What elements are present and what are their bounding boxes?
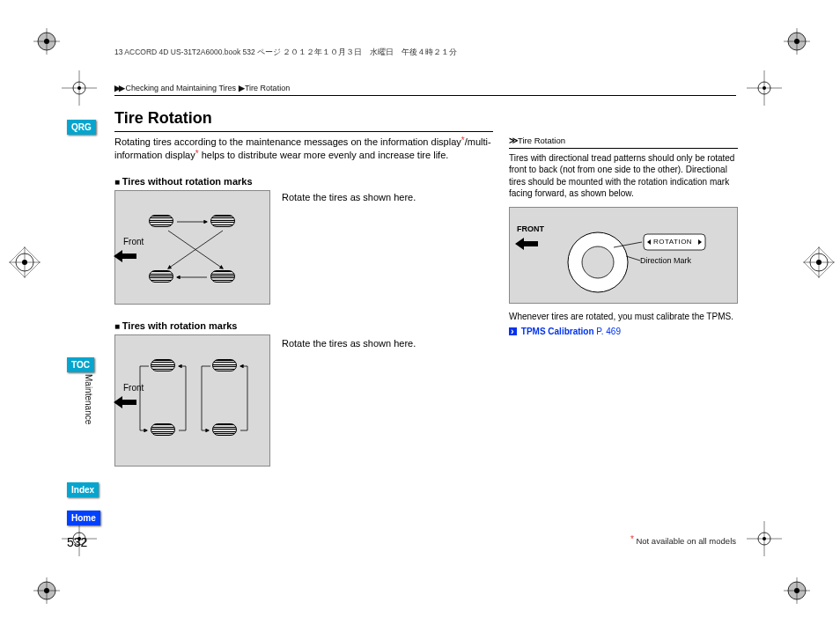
svg-point-5 xyxy=(788,33,806,50)
link-text: TPMS Calibration xyxy=(521,327,594,336)
svg-point-4 xyxy=(44,39,49,44)
svg-point-33 xyxy=(77,86,81,90)
square-bullet-icon: ■ xyxy=(114,177,122,187)
svg-point-44 xyxy=(758,533,770,545)
crop-mark-icon xyxy=(747,521,782,556)
breadcrumb-arrow-icon: ▶▶ xyxy=(114,84,123,92)
tire-icon xyxy=(151,423,175,436)
tire-icon xyxy=(151,359,175,371)
tire-icon xyxy=(210,215,235,227)
section-heading-text: Tires with rotation marks xyxy=(122,320,238,331)
footnote: * Not available on all models xyxy=(630,536,736,546)
sidebar-note: ≫Tire Rotation Tires with directional tr… xyxy=(509,136,738,338)
callout-head-text: Tire Rotation xyxy=(518,136,565,145)
diagram-caption: Rotate the tires as shown here. xyxy=(282,192,416,202)
tire-icon xyxy=(149,215,173,227)
square-bullet-icon: ■ xyxy=(114,321,122,331)
left-arrow-icon xyxy=(515,238,540,250)
breadcrumb-arrow-icon: ▶ xyxy=(239,84,243,92)
svg-point-25 xyxy=(810,254,828,271)
svg-rect-24 xyxy=(10,247,40,277)
double-chevron-icon: ≫ xyxy=(509,136,518,145)
rotation-label: ROTATION xyxy=(653,238,692,247)
crop-mark-icon xyxy=(33,28,60,55)
nav-toc-button[interactable]: TOC xyxy=(67,357,94,372)
svg-point-11 xyxy=(38,582,55,599)
diagram-front-label: Front xyxy=(123,383,144,393)
crop-mark-icon xyxy=(803,246,835,278)
intro-paragraph: Rotating tires according to the maintena… xyxy=(114,136,493,162)
svg-marker-50 xyxy=(114,250,136,262)
svg-point-1 xyxy=(38,33,55,50)
directional-tire-diagram: FRONT ROTATION Direction Mark xyxy=(509,207,738,304)
callout-body: Tires with directional tread patterns sh… xyxy=(509,152,738,200)
left-arrow-icon xyxy=(114,250,138,262)
svg-marker-59 xyxy=(515,238,538,250)
nav-qrg-button[interactable]: QRG xyxy=(67,120,96,135)
svg-marker-51 xyxy=(114,396,136,408)
nav-index-button[interactable]: Index xyxy=(67,482,99,497)
left-arrow-icon xyxy=(114,396,138,408)
svg-point-32 xyxy=(73,82,85,94)
intro-text: helps to distribute wear more evenly and… xyxy=(199,150,449,160)
crop-mark-icon xyxy=(784,577,810,604)
crop-mark-icon xyxy=(33,577,60,604)
direction-mark-label: Direction Mark xyxy=(640,255,691,266)
footnote-star-icon: * xyxy=(195,149,199,158)
intro-text: Rotating tires according to the maintena… xyxy=(114,136,461,147)
svg-point-20 xyxy=(16,254,33,271)
footnote-text: Not available on all models xyxy=(634,536,736,546)
svg-point-6 xyxy=(788,33,806,50)
svg-point-9 xyxy=(794,39,799,44)
section-tab-label: Maintenance xyxy=(84,374,93,424)
svg-point-36 xyxy=(758,82,770,94)
crop-mark-icon xyxy=(62,70,97,106)
svg-point-16 xyxy=(788,582,806,599)
svg-point-19 xyxy=(794,588,799,593)
section-heading: ■ Tires with rotation marks xyxy=(114,320,493,331)
svg-point-45 xyxy=(763,537,766,540)
link-arrow-icon xyxy=(509,327,517,335)
tire-icon xyxy=(212,423,237,436)
svg-point-37 xyxy=(763,86,766,90)
diagram-caption: Rotate the tires as shown here. xyxy=(282,338,416,349)
page-title: Tire Rotation xyxy=(114,109,493,132)
tire-icon xyxy=(149,270,173,283)
diagram-front-label: Front xyxy=(123,237,144,246)
svg-point-0 xyxy=(38,33,55,50)
svg-point-53 xyxy=(582,246,614,278)
svg-point-15 xyxy=(788,582,806,599)
sidebar: QRG TOC Index Home xyxy=(67,120,102,542)
document-header-meta: 13 ACCORD 4D US-31T2A6000.book 532 ページ ２… xyxy=(114,48,457,58)
page-title-text: Tire Rotation xyxy=(114,109,493,128)
page-number: 532 xyxy=(67,535,87,549)
diagram-front-label: FRONT xyxy=(517,224,544,234)
section-heading: ■ Tires without rotation marks xyxy=(114,176,493,187)
svg-point-23 xyxy=(22,260,27,265)
tpms-note: Whenever tires are rotated, you must cal… xyxy=(509,311,738,323)
footnote-star-icon: * xyxy=(630,534,634,544)
rotation-diagram-front-back: Front xyxy=(114,334,270,467)
breadcrumb: ▶▶ Checking and Maintaining Tires ▶ Tire… xyxy=(114,84,290,92)
tire-icon xyxy=(212,359,237,371)
svg-point-14 xyxy=(44,588,49,593)
crop-mark-icon xyxy=(784,28,810,55)
svg-rect-29 xyxy=(804,247,834,277)
svg-line-58 xyxy=(626,256,640,261)
tpms-calibration-link[interactable]: TPMS Calibration P. 469 xyxy=(509,327,621,336)
rotation-diagram-cross: Front xyxy=(114,190,270,305)
nav-home-button[interactable]: Home xyxy=(67,511,100,525)
svg-point-28 xyxy=(816,260,822,265)
crop-mark-icon xyxy=(747,70,782,106)
footnote-star-icon: * xyxy=(461,136,465,145)
tire-icon xyxy=(210,270,235,283)
callout-heading: ≫Tire Rotation xyxy=(509,136,738,149)
section-heading-text: Tires without rotation marks xyxy=(122,176,253,187)
svg-point-10 xyxy=(38,582,55,599)
link-page: P. 469 xyxy=(596,327,621,336)
breadcrumb-seg2: Tire Rotation xyxy=(245,84,290,92)
breadcrumb-seg1: Checking and Maintaining Tires xyxy=(126,84,237,92)
crop-mark-icon xyxy=(9,246,41,278)
rule xyxy=(114,95,736,96)
